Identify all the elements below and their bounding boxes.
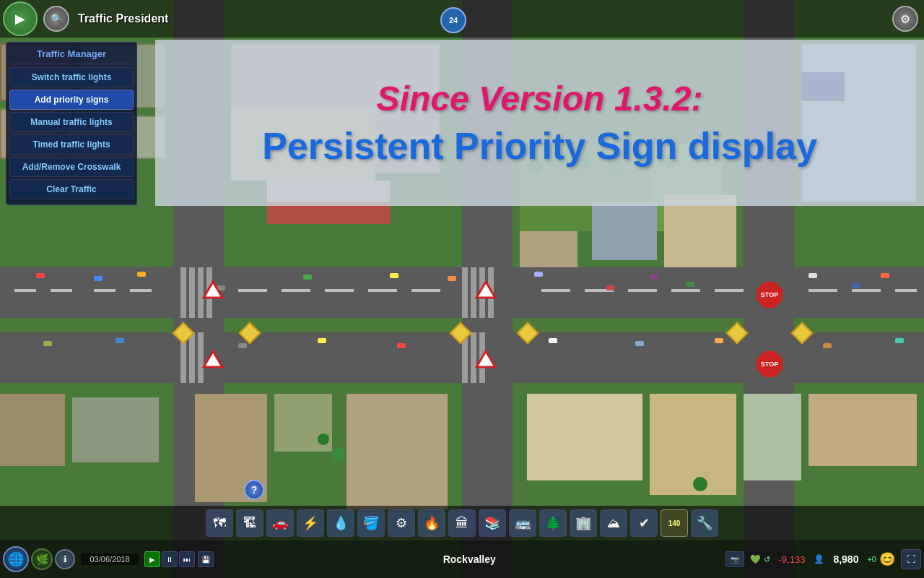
speed-badge: 24 [440, 7, 466, 33]
building-b7 [650, 394, 736, 495]
settings-button[interactable]: ⚙ [892, 6, 918, 32]
car [635, 341, 644, 346]
car [606, 285, 615, 290]
yield-sign-1 [202, 280, 224, 299]
bottom-bar: 🌐 🌿 ℹ 03/06/2018 ▶ ⏸ ⏭ 💾 Rockvalley 📷 💚 … [0, 540, 924, 578]
building-r3 [664, 195, 736, 267]
car [318, 338, 326, 343]
car [94, 276, 103, 281]
car [303, 275, 312, 280]
road-dash [282, 289, 310, 292]
toolbar-police[interactable]: 🏛 [448, 509, 476, 537]
tree-8 [332, 448, 345, 461]
car [808, 273, 817, 278]
toolbar-transport[interactable]: 🚌 [509, 509, 536, 537]
toolbar-health[interactable]: ⚙ [388, 509, 415, 537]
icon-toolbar: 🗺 🏗 🚗 ⚡ 💧 🪣 ⚙ 🔥 🏛 📚 🚌 🌲 🏢 ⛰ ✔ 140 🔧 [0, 506, 924, 540]
road-dash [715, 289, 744, 292]
toolbar-monuments[interactable]: ⛰ [600, 509, 627, 537]
car [650, 275, 658, 280]
building-b2 [72, 397, 159, 462]
toolbar-zoning[interactable]: 🏢 [570, 509, 597, 537]
yield-sign-2 [475, 280, 497, 299]
tree-7 [318, 434, 329, 445]
help-button[interactable]: ? [244, 480, 264, 500]
building-b6 [527, 394, 642, 480]
search-button[interactable]: 🔍 [43, 6, 69, 32]
road-dash [94, 289, 116, 292]
camera-button[interactable]: 📷 [725, 551, 744, 567]
svg-marker-0 [204, 282, 222, 298]
info-button[interactable]: ℹ [55, 549, 75, 569]
car [686, 282, 694, 287]
road-dash [895, 289, 917, 292]
crosswalk [180, 267, 186, 318]
pause-button[interactable]: ⏸ [162, 551, 178, 567]
stop-sign-1: STOP [757, 282, 783, 308]
population-stat: 8,980 [833, 553, 858, 565]
priority-signs-button[interactable]: Add priority signs [9, 90, 134, 110]
car [852, 283, 860, 288]
expand-button[interactable]: ⛶ [901, 549, 921, 569]
toolbar-check[interactable]: ✔ [630, 509, 658, 537]
growth-stat: +0 [867, 555, 876, 564]
stop-sign-2: STOP [757, 351, 783, 377]
leaf-button[interactable]: 🌿 [31, 548, 53, 570]
manual-lights-button[interactable]: Manual traffic lights [9, 112, 134, 132]
svg-marker-2 [204, 351, 222, 367]
road-dash [238, 289, 267, 292]
toolbar-education[interactable]: 📚 [479, 509, 506, 537]
banner-overlay: Since Version 1.3.2: Persistent Priority… [155, 40, 924, 206]
car [549, 338, 557, 343]
toolbar-water[interactable]: 💧 [327, 509, 354, 537]
toolbar-buildings[interactable]: 🏗 [236, 509, 263, 537]
fast-forward-button[interactable]: ⏭ [179, 551, 195, 567]
road-dash [852, 289, 881, 292]
crosswalk [189, 267, 195, 318]
road-dash [411, 289, 440, 292]
timed-lights-button[interactable]: Timed traffic lights [9, 134, 134, 155]
tree-9 [693, 477, 707, 491]
save-button[interactable]: 💾 [198, 551, 214, 567]
car [881, 273, 889, 278]
panel-title: Traffic Manager [9, 46, 134, 64]
toolbar-power[interactable]: ⚡ [297, 509, 324, 537]
toolbar-fire[interactable]: 🔥 [418, 509, 445, 537]
toolbar-services[interactable]: 🪣 [357, 509, 385, 537]
car [43, 341, 52, 346]
crosswalk-button[interactable]: Add/Remove Crosswalk [9, 157, 134, 177]
toolbar-roads[interactable]: 🚗 [266, 509, 294, 537]
toolbar-speed[interactable]: 140 [661, 509, 688, 537]
money-stat: -9,133 [779, 554, 806, 565]
road-dash [51, 289, 72, 292]
car [137, 272, 146, 277]
banner-line2: Persistent Priority Sign display [262, 124, 817, 168]
status-date: 03/06/2018 [81, 553, 139, 565]
clear-traffic-button[interactable]: Clear Traffic [9, 179, 134, 199]
banner-line1: Since Version 1.3.2: [377, 79, 703, 118]
car [238, 343, 247, 348]
globe-button[interactable]: 🌐 [3, 546, 29, 572]
building-r1 [520, 231, 578, 267]
toolbar-map[interactable]: 🗺 [206, 509, 233, 537]
toolbar-parks[interactable]: 🌲 [539, 509, 567, 537]
road-dash [130, 289, 152, 292]
menu-button[interactable]: ▶ [3, 1, 38, 36]
car [397, 343, 406, 348]
building-b9 [808, 394, 917, 466]
building-b1 [0, 394, 65, 466]
car [116, 338, 124, 343]
switch-lights-button[interactable]: Switch traffic lights [9, 67, 134, 87]
svg-marker-1 [476, 282, 495, 298]
crosswalk [462, 267, 468, 318]
yield-sign-4 [475, 350, 497, 368]
toolbar-mods[interactable]: 🔧 [691, 509, 718, 537]
road-dash [368, 289, 397, 292]
building-r2 [592, 202, 657, 260]
play-button[interactable]: ▶ [144, 551, 160, 567]
road-dash [671, 289, 700, 292]
road-dash [628, 289, 657, 292]
game-title: Traffic President [78, 12, 168, 25]
svg-marker-3 [476, 351, 495, 367]
car [36, 273, 45, 278]
